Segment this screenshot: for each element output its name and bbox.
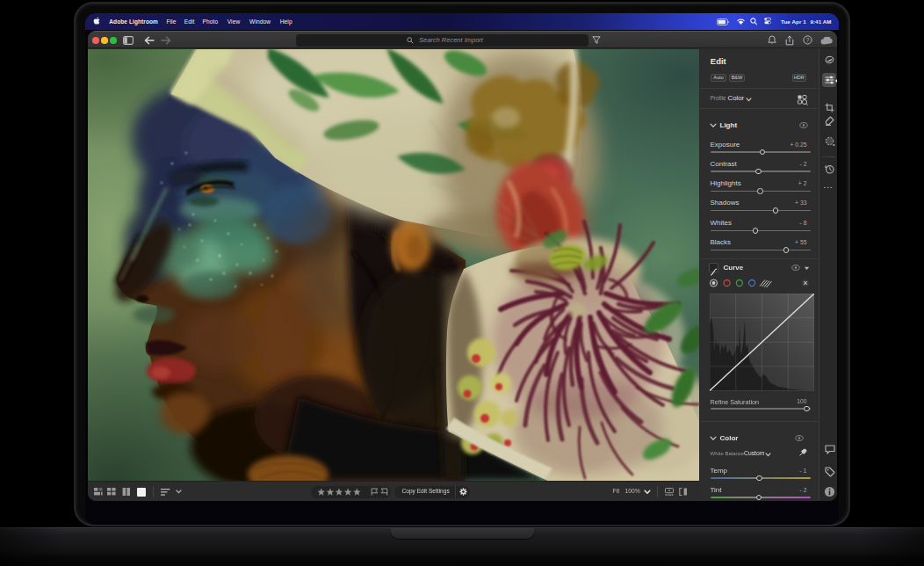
svg-text:?: ? — [805, 37, 809, 43]
